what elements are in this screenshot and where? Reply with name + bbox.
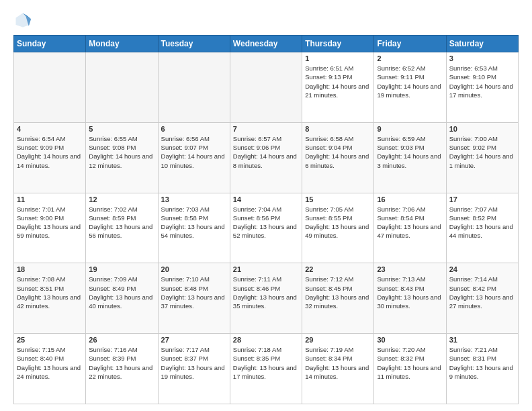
day-info: Sunrise: 6:52 AMSunset: 9:11 PMDaylight:… [377, 64, 441, 99]
logo [13, 11, 35, 30]
day-cell: 18Sunrise: 7:08 AMSunset: 8:51 PMDayligh… [14, 263, 86, 334]
day-cell: 23Sunrise: 7:13 AMSunset: 8:43 PMDayligh… [374, 263, 446, 334]
day-cell: 21Sunrise: 7:11 AMSunset: 8:46 PMDayligh… [230, 263, 302, 334]
day-info: Sunrise: 7:02 AMSunset: 8:59 PMDaylight:… [89, 205, 152, 240]
day-info: Sunrise: 6:53 AMSunset: 9:10 PMDaylight:… [449, 64, 513, 99]
day-cell: 8Sunrise: 6:58 AMSunset: 9:04 PMDaylight… [302, 122, 374, 193]
day-cell: 27Sunrise: 7:17 AMSunset: 8:37 PMDayligh… [158, 334, 230, 404]
day-info: Sunrise: 7:21 AMSunset: 8:31 PMDaylight:… [449, 346, 513, 380]
day-cell: 6Sunrise: 6:56 AMSunset: 9:07 PMDaylight… [158, 122, 230, 193]
day-number: 10 [449, 125, 515, 133]
day-cell: 3Sunrise: 6:53 AMSunset: 9:10 PMDaylight… [446, 52, 518, 123]
day-number: 8 [305, 125, 371, 133]
day-cell: 19Sunrise: 7:09 AMSunset: 8:49 PMDayligh… [86, 263, 158, 334]
day-info: Sunrise: 7:09 AMSunset: 8:49 PMDaylight:… [89, 275, 152, 310]
day-cell: 20Sunrise: 7:10 AMSunset: 8:48 PMDayligh… [158, 263, 230, 334]
day-number: 7 [233, 125, 299, 133]
day-cell: 4Sunrise: 6:54 AMSunset: 9:09 PMDaylight… [14, 122, 86, 193]
day-number: 23 [377, 265, 443, 273]
day-info: Sunrise: 6:51 AMSunset: 9:13 PMDaylight:… [305, 64, 369, 99]
day-cell: 17Sunrise: 7:07 AMSunset: 8:52 PMDayligh… [446, 193, 518, 263]
day-info: Sunrise: 7:15 AMSunset: 8:40 PMDaylight:… [17, 346, 81, 380]
day-number: 12 [89, 195, 154, 203]
day-number: 17 [449, 195, 515, 203]
day-info: Sunrise: 6:56 AMSunset: 9:07 PMDaylight:… [161, 135, 225, 169]
day-info: Sunrise: 6:57 AMSunset: 9:06 PMDaylight:… [233, 135, 297, 169]
day-info: Sunrise: 7:16 AMSunset: 8:39 PMDaylight:… [89, 346, 152, 380]
day-number: 31 [449, 336, 515, 344]
day-header-saturday: Saturday [446, 36, 518, 52]
day-info: Sunrise: 7:13 AMSunset: 8:43 PMDaylight:… [377, 275, 441, 310]
day-info: Sunrise: 7:04 AMSunset: 8:56 PMDaylight:… [233, 205, 297, 240]
logo-icon [13, 11, 32, 30]
day-number: 29 [305, 336, 371, 344]
day-cell [230, 52, 302, 123]
week-row-1: 1Sunrise: 6:51 AMSunset: 9:13 PMDaylight… [14, 52, 519, 123]
day-cell: 16Sunrise: 7:06 AMSunset: 8:54 PMDayligh… [374, 193, 446, 263]
day-cell: 11Sunrise: 7:01 AMSunset: 9:00 PMDayligh… [14, 193, 86, 263]
day-cell: 1Sunrise: 6:51 AMSunset: 9:13 PMDaylight… [302, 52, 374, 123]
week-row-3: 11Sunrise: 7:01 AMSunset: 9:00 PMDayligh… [14, 193, 519, 263]
day-header-wednesday: Wednesday [230, 36, 302, 52]
day-info: Sunrise: 6:54 AMSunset: 9:09 PMDaylight:… [17, 135, 81, 169]
calendar: SundayMondayTuesdayWednesdayThursdayFrid… [13, 35, 519, 404]
day-number: 25 [17, 336, 83, 344]
day-info: Sunrise: 7:01 AMSunset: 9:00 PMDaylight:… [17, 205, 81, 240]
day-cell [86, 52, 158, 123]
day-cell: 7Sunrise: 6:57 AMSunset: 9:06 PMDaylight… [230, 122, 302, 193]
day-cell: 12Sunrise: 7:02 AMSunset: 8:59 PMDayligh… [86, 193, 158, 263]
day-number: 14 [233, 195, 299, 203]
day-number: 3 [449, 54, 515, 62]
day-cell: 28Sunrise: 7:18 AMSunset: 8:35 PMDayligh… [230, 334, 302, 404]
day-cell: 26Sunrise: 7:16 AMSunset: 8:39 PMDayligh… [86, 334, 158, 404]
day-number: 30 [377, 336, 443, 344]
day-number: 26 [89, 336, 154, 344]
day-cell [14, 52, 86, 123]
day-number: 11 [17, 195, 83, 203]
day-info: Sunrise: 7:08 AMSunset: 8:51 PMDaylight:… [17, 275, 81, 310]
header [13, 11, 519, 30]
day-number: 5 [89, 125, 154, 133]
day-info: Sunrise: 7:11 AMSunset: 8:46 PMDaylight:… [233, 275, 297, 310]
day-cell: 29Sunrise: 7:19 AMSunset: 8:34 PMDayligh… [302, 334, 374, 404]
day-cell: 13Sunrise: 7:03 AMSunset: 8:58 PMDayligh… [158, 193, 230, 263]
day-cell: 10Sunrise: 7:00 AMSunset: 9:02 PMDayligh… [446, 122, 518, 193]
day-number: 16 [377, 195, 443, 203]
day-info: Sunrise: 7:14 AMSunset: 8:42 PMDaylight:… [449, 275, 513, 310]
page: SundayMondayTuesdayWednesdayThursdayFrid… [0, 0, 532, 411]
day-info: Sunrise: 7:05 AMSunset: 8:55 PMDaylight:… [305, 205, 369, 240]
day-cell: 14Sunrise: 7:04 AMSunset: 8:56 PMDayligh… [230, 193, 302, 263]
week-row-2: 4Sunrise: 6:54 AMSunset: 9:09 PMDaylight… [14, 122, 519, 193]
day-info: Sunrise: 7:19 AMSunset: 8:34 PMDaylight:… [305, 346, 369, 380]
day-number: 22 [305, 265, 371, 273]
day-cell: 25Sunrise: 7:15 AMSunset: 8:40 PMDayligh… [14, 334, 86, 404]
day-info: Sunrise: 6:58 AMSunset: 9:04 PMDaylight:… [305, 135, 369, 169]
day-number: 2 [377, 54, 443, 62]
day-info: Sunrise: 7:18 AMSunset: 8:35 PMDaylight:… [233, 346, 297, 380]
day-header-tuesday: Tuesday [158, 36, 230, 52]
day-number: 24 [449, 265, 515, 273]
week-row-5: 25Sunrise: 7:15 AMSunset: 8:40 PMDayligh… [14, 334, 519, 404]
day-header-thursday: Thursday [302, 36, 374, 52]
day-info: Sunrise: 7:07 AMSunset: 8:52 PMDaylight:… [449, 205, 513, 240]
day-cell [158, 52, 230, 123]
day-info: Sunrise: 6:59 AMSunset: 9:03 PMDaylight:… [377, 135, 441, 169]
day-cell: 31Sunrise: 7:21 AMSunset: 8:31 PMDayligh… [446, 334, 518, 404]
day-number: 27 [161, 336, 227, 344]
day-cell: 24Sunrise: 7:14 AMSunset: 8:42 PMDayligh… [446, 263, 518, 334]
day-number: 28 [233, 336, 299, 344]
day-number: 19 [89, 265, 154, 273]
day-number: 13 [161, 195, 227, 203]
day-info: Sunrise: 7:17 AMSunset: 8:37 PMDaylight:… [161, 346, 225, 380]
week-row-4: 18Sunrise: 7:08 AMSunset: 8:51 PMDayligh… [14, 263, 519, 334]
day-number: 20 [161, 265, 227, 273]
day-header-friday: Friday [374, 36, 446, 52]
day-cell: 15Sunrise: 7:05 AMSunset: 8:55 PMDayligh… [302, 193, 374, 263]
day-number: 4 [17, 125, 83, 133]
day-info: Sunrise: 7:12 AMSunset: 8:45 PMDaylight:… [305, 275, 369, 310]
day-number: 1 [305, 54, 371, 62]
day-info: Sunrise: 7:06 AMSunset: 8:54 PMDaylight:… [377, 205, 441, 240]
day-cell: 2Sunrise: 6:52 AMSunset: 9:11 PMDaylight… [374, 52, 446, 123]
day-header-monday: Monday [86, 36, 158, 52]
day-number: 9 [377, 125, 443, 133]
